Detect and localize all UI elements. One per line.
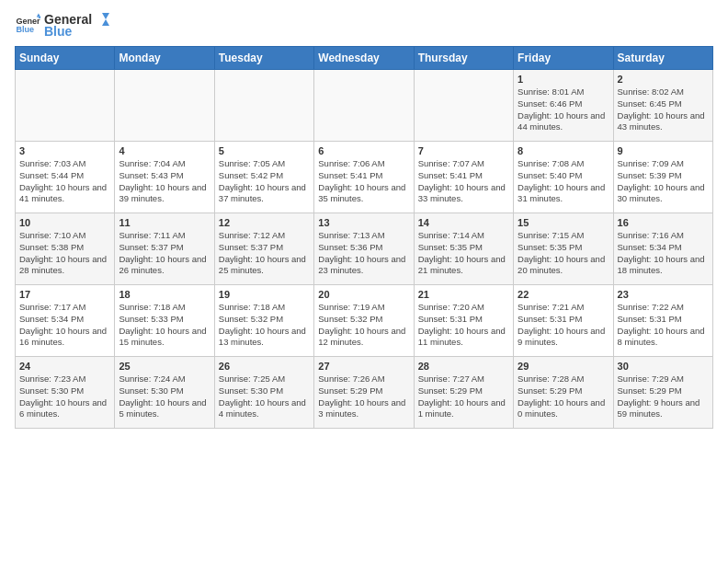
calendar-cell: 15Sunrise: 7:15 AM Sunset: 5:35 PM Dayli… — [514, 213, 613, 285]
logo: General Blue General Blue — [15, 11, 109, 39]
day-info: Sunrise: 7:20 AM Sunset: 5:31 PM Dayligh… — [418, 302, 509, 349]
weekday-header-thursday: Thursday — [414, 47, 513, 70]
day-number: 20 — [318, 289, 409, 300]
day-info: Sunrise: 7:18 AM Sunset: 5:33 PM Dayligh… — [119, 302, 210, 349]
day-info: Sunrise: 7:25 AM Sunset: 5:30 PM Dayligh… — [219, 373, 310, 420]
calendar-week-2: 3Sunrise: 7:03 AM Sunset: 5:44 PM Daylig… — [16, 142, 713, 213]
calendar-cell: 13Sunrise: 7:13 AM Sunset: 5:36 PM Dayli… — [314, 213, 414, 285]
calendar-week-4: 17Sunrise: 7:17 AM Sunset: 5:34 PM Dayli… — [16, 285, 713, 357]
svg-marker-4 — [102, 13, 109, 26]
day-info: Sunrise: 7:17 AM Sunset: 5:34 PM Dayligh… — [19, 302, 110, 349]
day-number: 29 — [518, 361, 609, 372]
day-info: Sunrise: 7:19 AM Sunset: 5:32 PM Dayligh… — [318, 302, 409, 349]
day-number: 5 — [219, 145, 310, 156]
day-info: Sunrise: 7:08 AM Sunset: 5:40 PM Dayligh… — [518, 158, 609, 205]
day-info: Sunrise: 7:10 AM Sunset: 5:38 PM Dayligh… — [19, 230, 110, 277]
day-info: Sunrise: 7:05 AM Sunset: 5:42 PM Dayligh… — [219, 158, 310, 205]
day-number: 4 — [119, 145, 210, 156]
calendar-cell: 19Sunrise: 7:18 AM Sunset: 5:32 PM Dayli… — [214, 285, 313, 357]
day-info: Sunrise: 7:03 AM Sunset: 5:44 PM Dayligh… — [19, 158, 110, 205]
calendar-cell: 16Sunrise: 7:16 AM Sunset: 5:34 PM Dayli… — [613, 213, 712, 285]
svg-text:General: General — [16, 17, 40, 26]
day-info: Sunrise: 7:06 AM Sunset: 5:41 PM Dayligh… — [318, 158, 409, 205]
day-number: 15 — [518, 217, 609, 228]
calendar-cell: 22Sunrise: 7:21 AM Sunset: 5:31 PM Dayli… — [514, 285, 613, 357]
day-info: Sunrise: 7:07 AM Sunset: 5:41 PM Dayligh… — [418, 158, 509, 205]
calendar-cell: 23Sunrise: 7:22 AM Sunset: 5:31 PM Dayli… — [613, 285, 712, 357]
day-info: Sunrise: 7:14 AM Sunset: 5:35 PM Dayligh… — [418, 230, 509, 277]
calendar-cell: 11Sunrise: 7:11 AM Sunset: 5:37 PM Dayli… — [115, 213, 214, 285]
logo-wordmark: General Blue — [44, 11, 109, 39]
day-info: Sunrise: 7:21 AM Sunset: 5:31 PM Dayligh… — [518, 302, 609, 349]
weekday-header-sunday: Sunday — [16, 47, 115, 70]
day-number: 3 — [19, 145, 110, 156]
calendar-week-5: 24Sunrise: 7:23 AM Sunset: 5:30 PM Dayli… — [16, 357, 713, 429]
day-number: 11 — [119, 217, 210, 228]
day-info: Sunrise: 7:13 AM Sunset: 5:36 PM Dayligh… — [318, 230, 409, 277]
calendar-cell: 4Sunrise: 7:04 AM Sunset: 5:43 PM Daylig… — [115, 142, 214, 213]
calendar-cell: 5Sunrise: 7:05 AM Sunset: 5:42 PM Daylig… — [214, 142, 313, 213]
svg-text:Blue: Blue — [16, 25, 34, 34]
day-info: Sunrise: 7:24 AM Sunset: 5:30 PM Dayligh… — [119, 373, 210, 420]
calendar-table: SundayMondayTuesdayWednesdayThursdayFrid… — [15, 46, 713, 429]
day-number: 7 — [418, 145, 509, 156]
day-number: 27 — [318, 361, 409, 372]
day-number: 21 — [418, 289, 509, 300]
calendar-cell — [16, 70, 115, 142]
day-info: Sunrise: 8:02 AM Sunset: 6:45 PM Dayligh… — [618, 86, 709, 133]
day-number: 6 — [318, 145, 409, 156]
day-info: Sunrise: 7:28 AM Sunset: 5:29 PM Dayligh… — [518, 373, 609, 420]
day-info: Sunrise: 7:16 AM Sunset: 5:34 PM Dayligh… — [618, 230, 709, 277]
weekday-header-tuesday: Tuesday — [214, 47, 313, 70]
day-number: 25 — [119, 361, 210, 372]
day-number: 24 — [19, 361, 110, 372]
day-info: Sunrise: 8:01 AM Sunset: 6:46 PM Dayligh… — [518, 86, 609, 133]
calendar-cell: 1Sunrise: 8:01 AM Sunset: 6:46 PM Daylig… — [514, 70, 613, 142]
calendar-cell: 29Sunrise: 7:28 AM Sunset: 5:29 PM Dayli… — [514, 357, 613, 429]
calendar-cell: 7Sunrise: 7:07 AM Sunset: 5:41 PM Daylig… — [414, 142, 513, 213]
day-info: Sunrise: 7:29 AM Sunset: 5:29 PM Dayligh… — [618, 373, 709, 420]
header: General Blue General Blue — [15, 11, 713, 39]
calendar-cell: 6Sunrise: 7:06 AM Sunset: 5:41 PM Daylig… — [314, 142, 414, 213]
day-number: 19 — [219, 289, 310, 300]
day-info: Sunrise: 7:09 AM Sunset: 5:39 PM Dayligh… — [618, 158, 709, 205]
main-container: General Blue General Blue Su — [0, 0, 728, 436]
calendar-cell: 9Sunrise: 7:09 AM Sunset: 5:39 PM Daylig… — [613, 142, 712, 213]
weekday-header-saturday: Saturday — [613, 47, 712, 70]
calendar-cell — [414, 70, 513, 142]
calendar-week-1: 1Sunrise: 8:01 AM Sunset: 6:46 PM Daylig… — [16, 70, 713, 142]
calendar-cell: 21Sunrise: 7:20 AM Sunset: 5:31 PM Dayli… — [414, 285, 513, 357]
day-info: Sunrise: 7:12 AM Sunset: 5:37 PM Dayligh… — [219, 230, 310, 277]
day-number: 2 — [618, 74, 709, 85]
day-info: Sunrise: 7:15 AM Sunset: 5:35 PM Dayligh… — [518, 230, 609, 277]
calendar-cell: 2Sunrise: 8:02 AM Sunset: 6:45 PM Daylig… — [613, 70, 712, 142]
calendar-cell: 14Sunrise: 7:14 AM Sunset: 5:35 PM Dayli… — [414, 213, 513, 285]
calendar-cell — [115, 70, 214, 142]
day-number: 14 — [418, 217, 509, 228]
calendar-cell: 30Sunrise: 7:29 AM Sunset: 5:29 PM Dayli… — [613, 357, 712, 429]
calendar-cell — [314, 70, 414, 142]
day-number: 17 — [19, 289, 110, 300]
calendar-cell: 27Sunrise: 7:26 AM Sunset: 5:29 PM Dayli… — [314, 357, 414, 429]
day-number: 16 — [618, 217, 709, 228]
day-info: Sunrise: 7:11 AM Sunset: 5:37 PM Dayligh… — [119, 230, 210, 277]
day-number: 10 — [19, 217, 110, 228]
logo-icon: General Blue — [15, 12, 40, 38]
calendar-cell: 20Sunrise: 7:19 AM Sunset: 5:32 PM Dayli… — [314, 285, 414, 357]
day-number: 23 — [618, 289, 709, 300]
calendar-cell: 25Sunrise: 7:24 AM Sunset: 5:30 PM Dayli… — [115, 357, 214, 429]
day-number: 8 — [518, 145, 609, 156]
calendar-cell: 26Sunrise: 7:25 AM Sunset: 5:30 PM Dayli… — [214, 357, 313, 429]
day-number: 1 — [518, 74, 609, 85]
calendar-cell: 18Sunrise: 7:18 AM Sunset: 5:33 PM Dayli… — [115, 285, 214, 357]
calendar-cell: 8Sunrise: 7:08 AM Sunset: 5:40 PM Daylig… — [514, 142, 613, 213]
calendar-cell: 3Sunrise: 7:03 AM Sunset: 5:44 PM Daylig… — [16, 142, 115, 213]
day-number: 28 — [418, 361, 509, 372]
day-number: 12 — [219, 217, 310, 228]
day-number: 9 — [618, 145, 709, 156]
calendar-cell: 28Sunrise: 7:27 AM Sunset: 5:29 PM Dayli… — [414, 357, 513, 429]
calendar-cell: 24Sunrise: 7:23 AM Sunset: 5:30 PM Dayli… — [16, 357, 115, 429]
day-info: Sunrise: 7:23 AM Sunset: 5:30 PM Dayligh… — [19, 373, 110, 420]
calendar-cell: 12Sunrise: 7:12 AM Sunset: 5:37 PM Dayli… — [214, 213, 313, 285]
weekday-header-friday: Friday — [514, 47, 613, 70]
